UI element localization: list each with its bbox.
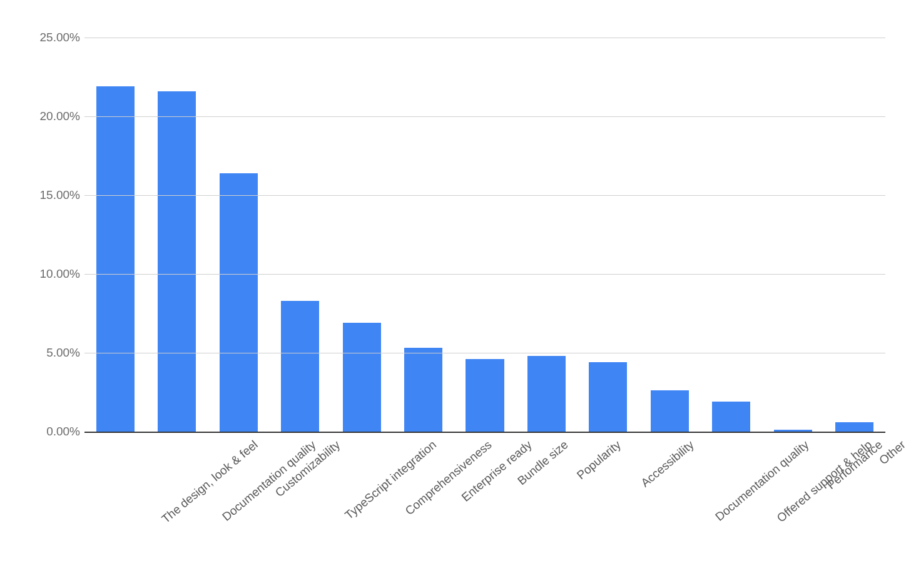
x-tick-label: TypeScript integration bbox=[342, 438, 439, 522]
gridline bbox=[84, 116, 885, 117]
gridline bbox=[84, 38, 885, 38]
bar-chart: 0.00%5.00%10.00%15.00%20.00%25.00% The d… bbox=[0, 0, 906, 588]
bar bbox=[589, 362, 627, 432]
x-tick-label: The design, look & feel bbox=[159, 438, 260, 526]
x-axis-baseline bbox=[84, 432, 885, 433]
bar bbox=[220, 173, 258, 432]
bars-container bbox=[84, 38, 885, 432]
y-tick-label: 15.00% bbox=[40, 188, 80, 202]
bar bbox=[712, 402, 750, 432]
plot-area bbox=[84, 38, 885, 432]
y-tick-label: 10.00% bbox=[40, 267, 80, 281]
gridline bbox=[84, 195, 885, 196]
bar bbox=[651, 390, 689, 432]
bar bbox=[404, 348, 442, 432]
x-tick-label: Other bbox=[877, 438, 906, 467]
y-tick-label: 20.00% bbox=[40, 109, 80, 123]
gridline bbox=[84, 274, 885, 275]
bar bbox=[835, 422, 873, 432]
y-tick-label: 0.00% bbox=[46, 425, 80, 438]
bar bbox=[343, 323, 381, 432]
x-tick-label: Popularity bbox=[574, 438, 624, 482]
gridline bbox=[84, 353, 885, 353]
bar bbox=[527, 356, 566, 432]
bar bbox=[158, 91, 196, 432]
bar bbox=[281, 301, 319, 432]
y-tick-label: 25.00% bbox=[40, 31, 80, 44]
x-tick-label: Accessibility bbox=[639, 438, 697, 490]
bar bbox=[96, 86, 135, 432]
x-axis-labels: The design, look & feelDocumentation qua… bbox=[84, 438, 885, 575]
bar bbox=[466, 359, 504, 432]
y-tick-label: 5.00% bbox=[46, 346, 80, 360]
